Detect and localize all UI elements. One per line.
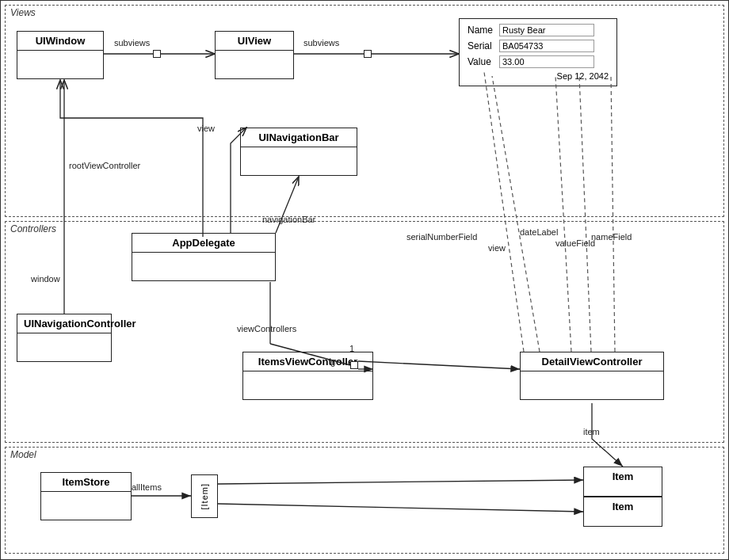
- array-box: [Item]: [191, 474, 218, 518]
- connector-sq-2: [364, 50, 372, 58]
- class-uiwindow: UIWindow: [17, 31, 104, 79]
- section-views-label: Views: [10, 7, 36, 18]
- diagram-container: Views Controllers Model UIWindow UIView …: [0, 0, 729, 560]
- class-item1: Item: [583, 467, 662, 497]
- value-row: Value: [468, 55, 609, 68]
- section-controllers-label: Controllers: [10, 223, 56, 234]
- class-itemsviewcontroller: ItemsViewController: [242, 352, 373, 400]
- date-label: Sep 12, 2042: [468, 71, 609, 81]
- array-label: [Item]: [200, 483, 209, 510]
- value-label: Value: [468, 56, 499, 67]
- name-row: Name: [468, 24, 609, 36]
- section-model-label: Model: [10, 449, 36, 460]
- serial-label: Serial: [468, 40, 499, 51]
- detail-form: Name Serial Value Sep 12, 2042: [459, 18, 617, 86]
- section-controllers: Controllers: [5, 221, 724, 443]
- class-appdelegate: UINavigationController: [17, 314, 112, 362]
- class-itemstore: ItemStore: [40, 472, 132, 520]
- name-label: Name: [468, 25, 499, 36]
- value-field[interactable]: [499, 55, 594, 68]
- connector-sq-3: [350, 361, 358, 369]
- class-uinavigationbar: UINavigationBar: [240, 128, 357, 176]
- class-item2: Item: [583, 497, 662, 527]
- serial-row: Serial: [468, 40, 609, 52]
- name-field[interactable]: [499, 24, 594, 36]
- class-detailviewcontroller: DetailViewController: [520, 352, 664, 400]
- class-uinavigationcontroller: AppDelegate: [132, 233, 276, 281]
- class-uiview: UIView: [215, 31, 294, 79]
- serial-field[interactable]: [499, 40, 594, 52]
- connector-sq-1: [153, 50, 161, 58]
